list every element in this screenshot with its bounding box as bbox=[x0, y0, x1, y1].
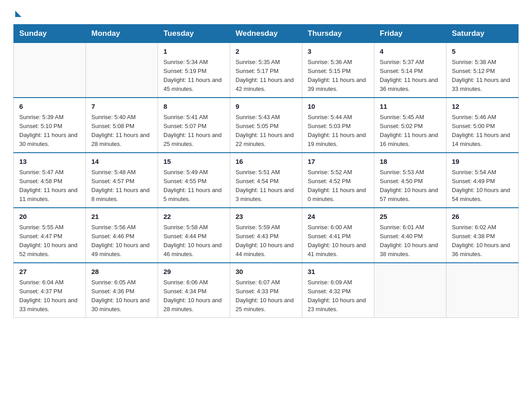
calendar-day-cell: 29Sunrise: 6:06 AMSunset: 4:34 PMDayligh… bbox=[158, 263, 230, 318]
day-number: 30 bbox=[236, 267, 296, 277]
weekday-header-cell: Thursday bbox=[302, 25, 374, 43]
calendar-day-cell: 19Sunrise: 5:54 AMSunset: 4:49 PMDayligh… bbox=[446, 153, 519, 208]
calendar-table: SundayMondayTuesdayWednesdayThursdayFrid… bbox=[13, 24, 519, 318]
weekday-header-cell: Tuesday bbox=[158, 25, 230, 43]
calendar-day-cell: 30Sunrise: 6:07 AMSunset: 4:33 PMDayligh… bbox=[230, 263, 302, 318]
day-info: Sunrise: 5:41 AMSunset: 5:07 PMDaylight:… bbox=[163, 113, 224, 149]
calendar-day-cell bbox=[14, 43, 86, 98]
calendar-day-cell bbox=[374, 263, 446, 318]
day-info: Sunrise: 5:43 AMSunset: 5:05 PMDaylight:… bbox=[236, 113, 296, 149]
day-number: 2 bbox=[236, 47, 296, 57]
calendar-day-cell: 16Sunrise: 5:51 AMSunset: 4:54 PMDayligh… bbox=[230, 153, 302, 208]
day-info: Sunrise: 5:38 AMSunset: 5:12 PMDaylight:… bbox=[452, 58, 513, 94]
calendar-day-cell: 22Sunrise: 5:58 AMSunset: 4:44 PMDayligh… bbox=[158, 208, 230, 263]
calendar-day-cell: 6Sunrise: 5:39 AMSunset: 5:10 PMDaylight… bbox=[14, 98, 86, 153]
day-number: 10 bbox=[308, 102, 369, 112]
calendar-day-cell: 2Sunrise: 5:35 AMSunset: 5:17 PMDaylight… bbox=[230, 43, 302, 98]
day-number: 12 bbox=[452, 102, 513, 112]
calendar-day-cell: 31Sunrise: 6:09 AMSunset: 4:32 PMDayligh… bbox=[302, 263, 374, 318]
day-info: Sunrise: 6:00 AMSunset: 4:41 PMDaylight:… bbox=[308, 223, 369, 259]
day-number: 17 bbox=[308, 157, 369, 167]
day-number: 5 bbox=[452, 47, 513, 57]
calendar-day-cell: 5Sunrise: 5:38 AMSunset: 5:12 PMDaylight… bbox=[446, 43, 519, 98]
day-number: 20 bbox=[19, 212, 80, 222]
day-number: 16 bbox=[236, 157, 296, 167]
day-number: 4 bbox=[380, 47, 441, 57]
calendar-day-cell bbox=[446, 263, 519, 318]
calendar-day-cell: 25Sunrise: 6:01 AMSunset: 4:40 PMDayligh… bbox=[374, 208, 446, 263]
day-info: Sunrise: 5:51 AMSunset: 4:54 PMDaylight:… bbox=[236, 168, 296, 204]
calendar-day-cell: 20Sunrise: 5:55 AMSunset: 4:47 PMDayligh… bbox=[14, 208, 86, 263]
day-info: Sunrise: 5:58 AMSunset: 4:44 PMDaylight:… bbox=[163, 223, 224, 259]
calendar-day-cell: 17Sunrise: 5:52 AMSunset: 4:52 PMDayligh… bbox=[302, 153, 374, 208]
day-number: 14 bbox=[91, 157, 152, 167]
day-number: 31 bbox=[308, 267, 369, 277]
day-info: Sunrise: 5:35 AMSunset: 5:17 PMDaylight:… bbox=[236, 58, 296, 94]
calendar-day-cell: 26Sunrise: 6:02 AMSunset: 4:38 PMDayligh… bbox=[446, 208, 519, 263]
day-number: 24 bbox=[308, 212, 369, 222]
calendar-week-row: 27Sunrise: 6:04 AMSunset: 4:37 PMDayligh… bbox=[14, 263, 519, 318]
day-number: 28 bbox=[91, 267, 152, 277]
day-number: 23 bbox=[236, 212, 296, 222]
logo-arrow-icon bbox=[15, 11, 21, 17]
day-info: Sunrise: 5:45 AMSunset: 5:02 PMDaylight:… bbox=[380, 113, 441, 149]
calendar-day-cell: 13Sunrise: 5:47 AMSunset: 4:58 PMDayligh… bbox=[14, 153, 86, 208]
calendar-week-row: 6Sunrise: 5:39 AMSunset: 5:10 PMDaylight… bbox=[14, 98, 519, 153]
calendar-day-cell: 3Sunrise: 5:36 AMSunset: 5:15 PMDaylight… bbox=[302, 43, 374, 98]
day-info: Sunrise: 6:09 AMSunset: 4:32 PMDaylight:… bbox=[308, 278, 369, 314]
day-number: 25 bbox=[380, 212, 441, 222]
calendar-day-cell: 15Sunrise: 5:49 AMSunset: 4:55 PMDayligh… bbox=[158, 153, 230, 208]
day-number: 26 bbox=[452, 212, 513, 222]
day-number: 18 bbox=[380, 157, 441, 167]
page-header bbox=[13, 9, 519, 16]
calendar-week-row: 20Sunrise: 5:55 AMSunset: 4:47 PMDayligh… bbox=[14, 208, 519, 263]
day-number: 11 bbox=[380, 102, 441, 112]
day-info: Sunrise: 6:06 AMSunset: 4:34 PMDaylight:… bbox=[163, 278, 224, 314]
calendar-week-row: 13Sunrise: 5:47 AMSunset: 4:58 PMDayligh… bbox=[14, 153, 519, 208]
day-info: Sunrise: 5:36 AMSunset: 5:15 PMDaylight:… bbox=[308, 58, 369, 94]
day-info: Sunrise: 5:55 AMSunset: 4:47 PMDaylight:… bbox=[19, 223, 80, 259]
day-info: Sunrise: 5:48 AMSunset: 4:57 PMDaylight:… bbox=[91, 168, 152, 204]
day-number: 27 bbox=[19, 267, 80, 277]
calendar-day-cell: 21Sunrise: 5:56 AMSunset: 4:46 PMDayligh… bbox=[86, 208, 158, 263]
day-info: Sunrise: 5:40 AMSunset: 5:08 PMDaylight:… bbox=[91, 113, 152, 149]
weekday-header-cell: Sunday bbox=[14, 25, 86, 43]
day-info: Sunrise: 6:04 AMSunset: 4:37 PMDaylight:… bbox=[19, 278, 80, 314]
weekday-header-cell: Monday bbox=[86, 25, 158, 43]
calendar-day-cell: 7Sunrise: 5:40 AMSunset: 5:08 PMDaylight… bbox=[86, 98, 158, 153]
day-info: Sunrise: 5:46 AMSunset: 5:00 PMDaylight:… bbox=[452, 113, 513, 149]
calendar-day-cell bbox=[86, 43, 158, 98]
logo bbox=[13, 9, 21, 16]
day-info: Sunrise: 5:53 AMSunset: 4:50 PMDaylight:… bbox=[380, 168, 441, 204]
weekday-header-cell: Friday bbox=[374, 25, 446, 43]
day-info: Sunrise: 5:56 AMSunset: 4:46 PMDaylight:… bbox=[91, 223, 152, 259]
day-number: 7 bbox=[91, 102, 152, 112]
day-number: 21 bbox=[91, 212, 152, 222]
day-info: Sunrise: 6:07 AMSunset: 4:33 PMDaylight:… bbox=[236, 278, 296, 314]
day-number: 15 bbox=[163, 157, 224, 167]
calendar-day-cell: 1Sunrise: 5:34 AMSunset: 5:19 PMDaylight… bbox=[158, 43, 230, 98]
calendar-day-cell: 23Sunrise: 5:59 AMSunset: 4:43 PMDayligh… bbox=[230, 208, 302, 263]
day-number: 9 bbox=[236, 102, 296, 112]
day-number: 13 bbox=[19, 157, 80, 167]
day-number: 6 bbox=[19, 102, 80, 112]
day-info: Sunrise: 5:49 AMSunset: 4:55 PMDaylight:… bbox=[163, 168, 224, 204]
calendar-day-cell: 12Sunrise: 5:46 AMSunset: 5:00 PMDayligh… bbox=[446, 98, 519, 153]
day-info: Sunrise: 5:54 AMSunset: 4:49 PMDaylight:… bbox=[452, 168, 513, 204]
calendar-day-cell: 10Sunrise: 5:44 AMSunset: 5:03 PMDayligh… bbox=[302, 98, 374, 153]
day-info: Sunrise: 6:01 AMSunset: 4:40 PMDaylight:… bbox=[380, 223, 441, 259]
calendar-day-cell: 4Sunrise: 5:37 AMSunset: 5:14 PMDaylight… bbox=[374, 43, 446, 98]
day-info: Sunrise: 5:37 AMSunset: 5:14 PMDaylight:… bbox=[380, 58, 441, 94]
day-number: 29 bbox=[163, 267, 224, 277]
calendar-body: 1Sunrise: 5:34 AMSunset: 5:19 PMDaylight… bbox=[14, 43, 519, 318]
day-info: Sunrise: 5:52 AMSunset: 4:52 PMDaylight:… bbox=[308, 168, 369, 204]
day-number: 19 bbox=[452, 157, 513, 167]
calendar-day-cell: 11Sunrise: 5:45 AMSunset: 5:02 PMDayligh… bbox=[374, 98, 446, 153]
day-info: Sunrise: 6:02 AMSunset: 4:38 PMDaylight:… bbox=[452, 223, 513, 259]
day-number: 1 bbox=[163, 47, 224, 57]
day-info: Sunrise: 6:05 AMSunset: 4:36 PMDaylight:… bbox=[91, 278, 152, 314]
day-number: 8 bbox=[163, 102, 224, 112]
day-number: 3 bbox=[308, 47, 369, 57]
weekday-header-row: SundayMondayTuesdayWednesdayThursdayFrid… bbox=[14, 25, 519, 43]
calendar-day-cell: 24Sunrise: 6:00 AMSunset: 4:41 PMDayligh… bbox=[302, 208, 374, 263]
